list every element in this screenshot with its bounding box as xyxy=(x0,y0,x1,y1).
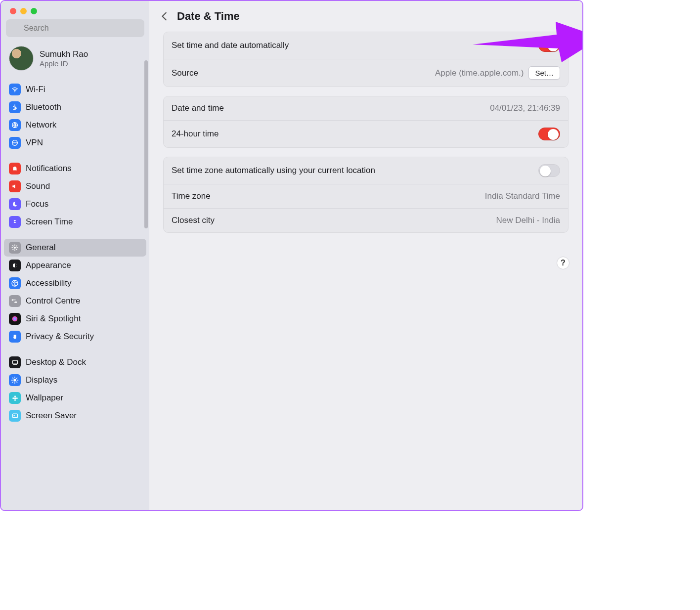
sidebar-item-accessibility[interactable]: Accessibility xyxy=(4,274,146,292)
svg-point-2 xyxy=(14,91,15,92)
close-window-button[interactable] xyxy=(10,8,16,14)
control-icon xyxy=(9,295,21,307)
sidebar-item-general[interactable]: General xyxy=(4,239,146,257)
sidebar-item-network[interactable]: Network xyxy=(4,116,146,134)
row-label: Set time zone automatically using your c… xyxy=(172,166,375,175)
sidebar-item-wi-fi[interactable]: Wi-Fi xyxy=(4,81,146,98)
sidebar-item-label: Wallpaper xyxy=(26,393,63,403)
sidebar-item-privacy-security[interactable]: Privacy & Security xyxy=(4,328,146,346)
toggle-switch[interactable] xyxy=(538,164,560,177)
sidebar-item-wallpaper[interactable]: Wallpaper xyxy=(4,389,146,407)
sidebar-item-focus[interactable]: Focus xyxy=(4,195,146,213)
back-button[interactable] xyxy=(159,11,170,22)
bell-icon xyxy=(9,163,21,174)
svg-point-16 xyxy=(12,397,14,398)
sidebar-scrollbar[interactable] xyxy=(144,60,148,228)
svg-point-19 xyxy=(13,415,15,416)
settings-panel: Date and time04/01/23, 21:46:3924-hour t… xyxy=(163,96,569,148)
screensaver-icon xyxy=(9,410,21,422)
settings-panel: Set time zone automatically using your c… xyxy=(163,157,569,233)
svg-point-12 xyxy=(13,379,16,381)
sidebar-item-label: Sound xyxy=(26,181,50,191)
svg-point-9 xyxy=(12,316,18,322)
sidebar-item-label: Bluetooth xyxy=(26,102,61,112)
set-button[interactable]: Set… xyxy=(528,66,560,80)
sidebar-item-desktop-dock[interactable]: Desktop & Dock xyxy=(4,353,146,371)
sidebar-item-label: General xyxy=(26,243,55,253)
settings-row: Set time zone automatically using your c… xyxy=(164,157,568,184)
avatar xyxy=(9,46,34,71)
wifi-icon xyxy=(9,84,21,95)
content: Set time and date automaticallySourceApp… xyxy=(149,30,582,252)
settings-row: SourceApple (time.apple.com.)Set… xyxy=(164,59,568,87)
sidebar-item-screen-saver[interactable]: Screen Saver xyxy=(4,407,146,425)
vpn-icon xyxy=(9,137,21,149)
settings-row: Time zoneIndia Standard Time xyxy=(164,184,568,208)
account-sub: Apple ID xyxy=(40,59,88,68)
sidebar-item-sound[interactable]: Sound xyxy=(4,177,146,195)
main-header: Date & Time xyxy=(149,1,582,30)
dock-icon xyxy=(9,356,21,368)
sidebar-item-label: Screen Time xyxy=(26,217,73,227)
sidebar-item-vpn[interactable]: VPN xyxy=(4,134,146,152)
row-label: Time zone xyxy=(172,191,211,201)
sidebar-item-appearance[interactable]: Appearance xyxy=(4,257,146,274)
row-label: Source xyxy=(172,68,198,78)
hand-icon xyxy=(9,331,21,343)
sidebar-item-label: Screen Saver xyxy=(26,411,77,421)
sidebar-item-bluetooth[interactable]: Bluetooth xyxy=(4,98,146,116)
svg-point-14 xyxy=(14,395,15,397)
fullscreen-window-button[interactable] xyxy=(31,8,37,14)
bluetooth-icon xyxy=(9,101,21,113)
account-row[interactable]: Sumukh Rao Apple ID xyxy=(1,41,149,78)
svg-point-15 xyxy=(14,399,15,400)
svg-point-17 xyxy=(16,397,17,398)
sidebar-item-notifications[interactable]: Notifications xyxy=(4,160,146,177)
row-value: New Delhi - India xyxy=(496,216,560,225)
sidebar-item-label: Siri & Spotlight xyxy=(26,314,81,324)
settings-row: Date and time04/01/23, 21:46:39 xyxy=(164,96,568,120)
row-label: Closest city xyxy=(172,216,215,225)
sun-icon xyxy=(9,374,21,386)
sidebar-item-label: Notifications xyxy=(26,164,72,174)
row-label: Date and time xyxy=(172,103,224,113)
sidebar-list: Wi-FiBluetoothNetworkVPNNotificationsSou… xyxy=(1,78,149,510)
search-container xyxy=(1,19,149,41)
help-button[interactable]: ? xyxy=(557,257,569,269)
sidebar-item-label: Control Centre xyxy=(26,296,81,306)
search-input[interactable] xyxy=(6,19,144,37)
sidebar-item-label: Displays xyxy=(26,375,57,385)
sidebar-item-label: Privacy & Security xyxy=(26,332,94,342)
sidebar-item-label: Wi-Fi xyxy=(26,85,45,94)
sidebar-item-label: Accessibility xyxy=(26,278,72,288)
sidebar-item-screen-time[interactable]: Screen Time xyxy=(4,213,146,231)
settings-row: Closest cityNew Delhi - India xyxy=(164,208,568,232)
row-label: 24-hour time xyxy=(172,129,219,139)
svg-point-13 xyxy=(14,397,16,399)
main-pane: Date & Time Set time and date automatica… xyxy=(149,1,582,510)
account-name: Sumukh Rao xyxy=(40,49,88,59)
globe-icon xyxy=(9,119,21,131)
sidebar-item-displays[interactable]: Displays xyxy=(4,371,146,389)
sidebar-item-label: Desktop & Dock xyxy=(26,357,86,367)
sidebar-item-label: Appearance xyxy=(26,261,71,270)
sidebar-item-label: Focus xyxy=(26,199,48,209)
speaker-icon xyxy=(9,180,21,192)
sidebar: Sumukh Rao Apple ID Wi-FiBluetoothNetwor… xyxy=(1,1,149,510)
row-label: Set time and date automatically xyxy=(172,41,289,50)
row-value: 04/01/23, 21:46:39 xyxy=(490,103,560,113)
toggle-switch[interactable] xyxy=(538,128,560,140)
gear-icon xyxy=(9,242,21,254)
svg-point-5 xyxy=(14,247,16,249)
window-controls xyxy=(1,1,149,19)
flower-icon xyxy=(9,392,21,404)
appearance-icon xyxy=(9,260,21,271)
sidebar-item-siri-spotlight[interactable]: Siri & Spotlight xyxy=(4,310,146,328)
toggle-switch[interactable] xyxy=(538,39,560,52)
minimize-window-button[interactable] xyxy=(20,8,27,14)
settings-panel: Set time and date automaticallySourceApp… xyxy=(163,32,569,87)
settings-window: Sumukh Rao Apple ID Wi-FiBluetoothNetwor… xyxy=(0,0,583,511)
sidebar-item-control-centre[interactable]: Control Centre xyxy=(4,292,146,310)
row-value: India Standard Time xyxy=(485,191,560,201)
svg-rect-18 xyxy=(12,414,17,418)
